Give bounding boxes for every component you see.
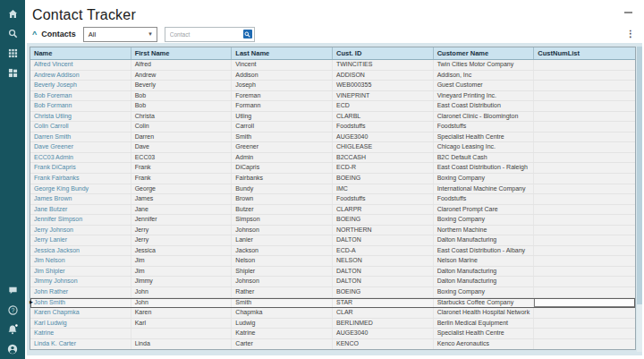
table-row[interactable]: Frank FairbanksFrankFairbanksBOEINGBoxin… [30, 174, 635, 184]
cell: Frank [131, 174, 233, 184]
table-row[interactable]: Linda K. CarterLindaCarterKENCOKenco Aer… [30, 339, 635, 350]
vertical-scrollbar[interactable] [637, 47, 642, 352]
cell: Jennifer [131, 215, 233, 225]
contact-name-link[interactable]: Karen Chapmka [34, 309, 80, 315]
cell: Bob [131, 101, 233, 111]
table-row[interactable]: ▶John SmithJohnSmithSTARStarbucks Coffee… [30, 298, 635, 309]
contact-name-link[interactable]: Jim Nelson [34, 257, 65, 263]
help-icon[interactable]: ? [0, 300, 25, 320]
contact-name-link[interactable]: Colin Carroll [34, 123, 69, 129]
table-row[interactable]: Andrew AddisonAndrewAddisonADDISONAddiso… [30, 71, 635, 81]
cell: Greener [232, 142, 333, 152]
table-row[interactable]: Jessica JacksonJessicaJacksonECD-AEast C… [30, 246, 635, 257]
table-row[interactable]: Jerry JohnsonJerryJohnsonNORTHERNNorther… [30, 226, 635, 236]
table-row[interactable]: KatrineKatrineAUGE3040Specialist Health … [30, 329, 635, 339]
cell: NORTHERN [333, 226, 434, 235]
table-row[interactable]: George King BundyGeorgeBundyIMCInternati… [30, 184, 635, 195]
cell [534, 308, 635, 318]
table-row[interactable]: Dave GreenerDaveGreenerCHIGLEASEChicago … [30, 142, 635, 153]
cell: Northern Machine [434, 226, 535, 235]
contact-name-link[interactable]: Jerry Johnson [34, 227, 73, 233]
contact-name-link[interactable]: John Rather [34, 288, 68, 295]
search-input[interactable] [170, 31, 243, 38]
bell-icon[interactable] [0, 320, 25, 339]
table-row[interactable]: James BrownJamesBrownFoodstuffsFoodstuff… [30, 194, 635, 205]
cell [534, 112, 635, 122]
contact-name-link[interactable]: Bob Foreman [34, 92, 72, 98]
cell: Foodstuffs [333, 194, 434, 204]
contact-name-link[interactable]: Jennifer Simpson [34, 216, 82, 222]
table-row[interactable]: Darren SmithDarrenSmithAUGE3040Specialis… [30, 132, 635, 143]
table-row[interactable]: Jane ButzerJaneButzerCLARPRClaronet Prom… [30, 205, 635, 216]
cell: Frank [131, 163, 233, 173]
table-row[interactable]: Beverly JosephBeverlyJosephWEB000355Gues… [30, 81, 635, 91]
cell: George [131, 184, 233, 194]
table-row[interactable]: Jennifer SimpsonJenniferSimpsonBOEINGBox… [30, 215, 635, 226]
contact-name-link[interactable]: Alfred Vincent [34, 61, 72, 67]
table-row[interactable]: Jerry LanierJerryLanierDALTONDalton Manu… [30, 235, 635, 246]
contact-name-link[interactable]: Bob Formann [34, 102, 72, 108]
cell: CHIGLEASE [333, 142, 434, 152]
contact-name-link[interactable]: Beverly Joseph [34, 81, 77, 88]
table-row[interactable]: Bob FormannBobFormannECDEast Coast Distr… [30, 101, 635, 112]
table-row[interactable]: Christa UtlingChristaUtlingCLARBLClarone… [30, 112, 635, 123]
contact-name-link[interactable]: ECC03 Admin [34, 154, 73, 160]
column-header[interactable]: Customer Name [434, 47, 535, 59]
user-icon[interactable] [0, 339, 25, 359]
column-header[interactable]: Cust. ID [333, 47, 434, 59]
table-row[interactable]: Karl LudwigKarlLudwigBERLINMEDBerlin Med… [30, 319, 635, 329]
contact-name-link[interactable]: George King Bundy [34, 185, 89, 192]
contact-name-link[interactable]: Jane Butzer [34, 206, 67, 212]
contact-name-link[interactable]: Jimmy Johnson [34, 278, 78, 284]
column-header[interactable]: CustNumList [534, 47, 635, 59]
contact-name-link[interactable]: Frank Fairbanks [34, 175, 80, 181]
contact-name-link[interactable]: John Smith [34, 299, 65, 305]
cell: Johnson [232, 226, 333, 235]
contact-name-link[interactable]: Christa Utling [34, 113, 72, 119]
table-row[interactable]: ECC03 AdminECC03AdminB2CCASHB2C Default … [30, 153, 635, 164]
minimize-icon[interactable] [624, 12, 632, 13]
scrollbar-thumb[interactable] [637, 47, 642, 304]
table-row[interactable]: Jim NelsonJimNelsonNELSONNelson Marine [30, 256, 635, 267]
cell: Kenco Aeronautics [434, 339, 535, 350]
contact-name-link[interactable]: Frank DiCapris [34, 164, 76, 170]
contact-name-link[interactable]: Linda K. Carter [34, 340, 76, 346]
contact-name-link[interactable]: James Brown [34, 195, 72, 201]
contact-name-link[interactable]: Jerry Lanier [34, 236, 67, 243]
table-row[interactable]: Jimmy JohnsonJimmyJohnsonDALTONDalton Ma… [30, 277, 635, 287]
table-row[interactable]: Colin CarrollColinCarrollFoodstuffsFoods… [30, 122, 635, 132]
home-icon[interactable] [0, 4, 25, 23]
chevron-up-icon[interactable]: ^ [32, 30, 37, 38]
apps-icon[interactable] [0, 63, 25, 82]
column-header[interactable]: Last Name [232, 47, 333, 59]
cell [534, 339, 635, 350]
search-box [165, 27, 255, 42]
kebab-menu-icon[interactable]: ⋮ [624, 30, 637, 38]
table-row[interactable]: Alfred VincentAlfredVincentTWINCITIESTwi… [30, 60, 635, 71]
contact-name-link[interactable]: Andrew Addison [34, 72, 80, 78]
contact-name-link[interactable]: Dave Greener [34, 143, 73, 150]
contact-name-link[interactable]: Katrine [34, 329, 54, 336]
cell-name: Andrew Addison [30, 71, 131, 81]
contact-name-link[interactable]: Darren Smith [34, 133, 71, 140]
column-header[interactable]: Name [30, 47, 131, 59]
grid-icon[interactable] [0, 43, 25, 63]
chat-icon[interactable] [0, 280, 25, 300]
table-row[interactable]: John RatherJohnRatherBOEINGBoxing Compan… [30, 287, 635, 298]
cell: Jerry [131, 235, 233, 245]
contact-name-link[interactable]: Jim Shipler [34, 268, 65, 274]
cell [534, 194, 635, 204]
search-icon[interactable] [0, 23, 25, 43]
table-row[interactable]: Frank DiCaprisFrankDiCaprisECD-REast Coa… [30, 163, 635, 174]
table-row[interactable]: Karen ChapmkaKarenChapmkaCLARClaronet He… [30, 308, 635, 319]
column-header[interactable]: First Name [131, 47, 233, 59]
cell: East Coast Distribution - Raleigh [434, 163, 535, 173]
contact-name-link[interactable]: Karl Ludwig [34, 320, 67, 326]
search-submit-icon[interactable] [243, 30, 252, 38]
contact-name-link[interactable]: Jessica Jackson [34, 247, 80, 253]
cell: Jackson [232, 246, 333, 256]
table-row[interactable]: Bob ForemanBobForemanVINEPRINTVineyard P… [30, 91, 635, 102]
cell: Jim [131, 267, 233, 277]
table-row[interactable]: Jim ShiplerJimShiplerDALTONDalton Manufa… [30, 267, 635, 278]
filter-dropdown[interactable]: All ▾ [83, 27, 157, 42]
